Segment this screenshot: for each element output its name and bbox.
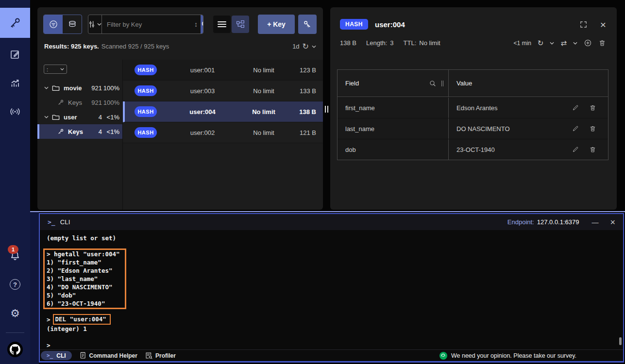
key-details-panel: HASH user:004 × 138 B Length: 3 TTL: No … (330, 7, 617, 210)
tab-command-helper[interactable]: Command Helper (80, 352, 137, 359)
field-cell: last_name (338, 118, 449, 139)
pubsub-icon (9, 106, 21, 117)
cli-tab-label: CLI (56, 352, 66, 359)
key-size: 133 B (291, 87, 316, 95)
close-icon[interactable]: × (610, 218, 615, 227)
edit-icon[interactable] (572, 104, 579, 112)
sidebar-item-browser[interactable] (0, 8, 30, 38)
search-button[interactable] (201, 15, 203, 33)
hash-fields-table: Field Value first_name Edson Arantes (337, 69, 608, 160)
minimize-icon[interactable]: — (591, 218, 598, 226)
refresh-interval-label: 1d (292, 43, 299, 50)
key-size: 138 B (340, 39, 356, 47)
results-scanned: Scanned 925 / 925 keys (101, 43, 169, 50)
tree-folder-user[interactable]: user 4 <1% (37, 110, 122, 124)
delete-icon[interactable] (589, 104, 596, 112)
results-row: Results: 925 keys. Scanned 925 / 925 key… (37, 42, 323, 51)
bottom-tool-bar: >_ CLI Command Helper Profiler We need (40, 349, 623, 361)
results-summary: Results: 925 keys. (44, 43, 99, 50)
key-row-user001[interactable]: HASH user:001 No limit 123 B (123, 60, 323, 81)
delimiter-select[interactable]: : (44, 65, 67, 74)
tree-view-icon (236, 20, 245, 29)
search-icon[interactable] (429, 80, 437, 87)
chevron-down-icon[interactable] (550, 42, 554, 45)
sidebar-item-settings[interactable]: ⚙ (0, 304, 30, 323)
sidebar-item-github[interactable] (0, 339, 30, 360)
tree-percent: <1% (102, 128, 119, 135)
tree-keys-user[interactable]: Keys 4 <1% (37, 124, 122, 139)
ttl-value[interactable]: No limit (419, 39, 440, 47)
close-icon[interactable]: × (600, 19, 606, 30)
tree-view-button[interactable] (232, 16, 249, 33)
key-icon (9, 17, 21, 29)
type-badge: HASH (135, 65, 157, 75)
delete-key-icon[interactable] (598, 39, 606, 47)
panels-resize-handle[interactable] (325, 106, 328, 113)
key-length: Length: 3 (366, 39, 394, 47)
key-tool-icon (303, 19, 312, 29)
delete-icon[interactable] (589, 125, 596, 132)
table-row[interactable]: last_name DO NASCIMENTO (338, 118, 608, 139)
key-row-user002[interactable]: HASH user:002 No limit 121 B (123, 122, 323, 143)
formatter-swap-icon[interactable]: ⇄ (560, 39, 567, 47)
github-icon (7, 342, 23, 357)
survey-link[interactable]: We need your opinion. Please take our su… (439, 352, 576, 360)
refresh-icon[interactable]: ↻ (303, 42, 309, 51)
chevron-down-icon (97, 23, 101, 26)
add-key-button[interactable]: + Key (258, 15, 295, 34)
column-resize-handle[interactable] (441, 81, 443, 86)
cli-command-line: > hgetall "user:004" (47, 250, 120, 258)
tab-profiler[interactable]: Profiler (145, 352, 176, 359)
bulk-actions-button[interactable] (298, 15, 317, 34)
command-helper-label: Command Helper (89, 352, 137, 359)
field-cell: dob (338, 139, 449, 160)
notification-badge: 1 (8, 245, 18, 254)
delimiter-value: : (47, 66, 48, 72)
tab-cli[interactable]: >_ CLI (41, 351, 72, 360)
filter-by-key-input[interactable] (107, 21, 192, 28)
chevron-down-icon[interactable] (573, 42, 577, 45)
key-name: user:004 (169, 108, 236, 116)
tree-folder-movie[interactable]: movie 921 100% (37, 81, 122, 95)
key-size: 123 B (291, 66, 316, 74)
delete-icon[interactable] (589, 146, 596, 153)
key-size: 121 B (291, 129, 316, 136)
edit-icon[interactable] (572, 146, 579, 153)
table-row[interactable]: dob 23-OCT-1940 (338, 139, 608, 160)
sidebar-item-notifications[interactable]: 1 (0, 245, 30, 266)
tree-folder-label: user (64, 114, 77, 121)
cli-line: 3) "last_name" (47, 275, 120, 283)
sidebar-item-help[interactable]: ? (0, 275, 30, 294)
tree-count: 4 (99, 128, 102, 135)
edit-icon[interactable] (572, 125, 579, 132)
add-field-icon[interactable] (584, 39, 592, 47)
value-cell: 23-OCT-1940 (456, 146, 495, 153)
filter-type-dropdown[interactable] (88, 15, 102, 33)
fullscreen-icon[interactable] (579, 20, 588, 29)
chevron-down-icon (60, 68, 64, 70)
sidebar-item-pubsub[interactable] (0, 102, 30, 121)
chevron-down-icon (44, 116, 49, 118)
cli-scrollbar-thumb[interactable] (619, 337, 622, 345)
cli-output[interactable]: (empty list or set) > hgetall "user:004"… (40, 230, 623, 349)
tree-keys-movie[interactable]: Keys 921 100% (37, 95, 122, 110)
key-name-title: user:004 (375, 20, 405, 29)
profiler-label: Profiler (155, 352, 176, 359)
table-row[interactable]: first_name Edson Arantes (338, 97, 608, 118)
tree-percent: <1% (102, 114, 119, 121)
sidebar-item-analytics[interactable] (0, 74, 30, 93)
key-row-user003[interactable]: HASH user:003 No limit 133 B (123, 81, 323, 101)
key-row-user004[interactable]: HASH user:004 No limit 138 B (123, 101, 323, 122)
sidebar-item-workbench[interactable] (0, 45, 30, 64)
cli-line: (empty list or set) (47, 234, 623, 242)
refresh-icon[interactable]: ↻ (538, 39, 544, 47)
list-view-button[interactable] (213, 16, 231, 33)
cli-resize-handle[interactable] (30, 211, 625, 212)
cli-header: >_ CLI Endpoint: 127.0.0.1:6379 — × (40, 214, 623, 230)
cli-line: (integer) 1 (47, 325, 623, 333)
redisearch-mode-button[interactable] (63, 15, 82, 33)
view-toggle (213, 16, 249, 33)
chevron-down-icon[interactable] (312, 45, 316, 48)
filter-mode-button[interactable] (44, 15, 63, 33)
match-updown-icon[interactable]: ↕ (194, 20, 198, 28)
